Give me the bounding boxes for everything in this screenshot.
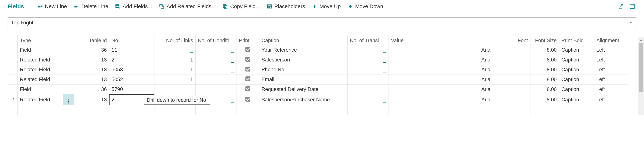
cell-no-translations[interactable]: _ [348, 45, 388, 55]
cell-value[interactable] [388, 85, 479, 94]
section-dropdown[interactable]: Top Right [8, 17, 636, 28]
cell-caption[interactable]: Phone No. [259, 65, 348, 75]
cell-value[interactable] [388, 65, 479, 75]
col-type[interactable]: Type [18, 35, 63, 45]
cell-no-links[interactable]: _ [154, 85, 196, 94]
move-up-button[interactable]: Move Up [308, 2, 344, 11]
col-table-id[interactable]: Table Id [74, 35, 109, 45]
cell-no-links[interactable]: 1 [154, 65, 196, 75]
table-row[interactable]: Field365790__Requested Delivery Date_Ari… [8, 85, 636, 94]
expand-icon[interactable] [629, 3, 635, 9]
cell-print-bold[interactable]: Caption [559, 85, 594, 94]
col-no-links[interactable]: No. of Links [154, 35, 196, 45]
col-alignment[interactable]: Alignment [594, 35, 629, 45]
cell-no-translations[interactable]: _ [348, 55, 388, 65]
cell-font-size[interactable]: 8.00 [530, 75, 559, 85]
cell-table-id[interactable]: 36 [74, 85, 109, 94]
delete-line-button[interactable]: Delete Line [70, 2, 112, 11]
cell-value[interactable] [388, 94, 479, 105]
cell-print-capt[interactable] [236, 55, 259, 65]
cell-print-bold[interactable]: Caption [559, 94, 594, 105]
table-row[interactable]: Related Field1350521_Email_Arial8.00Capt… [8, 75, 636, 85]
cell-no-conditions[interactable]: _ [196, 45, 236, 55]
cell-alignment[interactable]: Left [594, 75, 629, 85]
cell-font[interactable]: Arial [479, 45, 530, 55]
cell-no-translations[interactable]: _ [348, 94, 388, 105]
scroll-thumb[interactable] [639, 43, 643, 92]
cell-font-size[interactable]: 8.00 [530, 55, 559, 65]
cell-caption[interactable]: Email [259, 75, 348, 85]
cell-font[interactable]: Arial [479, 65, 530, 75]
cell-alignment[interactable]: Left [594, 65, 629, 75]
move-down-button[interactable]: Move Down [344, 2, 387, 11]
cell-no-conditions[interactable]: _ [196, 75, 236, 85]
cell-no-conditions[interactable]: _ [196, 55, 236, 65]
cell-table-id[interactable]: 13 [74, 75, 109, 85]
cell-table-id[interactable]: 36 [74, 45, 109, 55]
table-row[interactable]: Field3611__Your Reference_Arial8.00Capti… [8, 45, 636, 55]
new-line-button[interactable]: New Line [34, 2, 70, 11]
col-no[interactable]: No. [109, 35, 154, 45]
cell-type[interactable]: Related Field [18, 55, 63, 65]
cell-font-size[interactable]: 8.00 [530, 65, 559, 75]
cell-print-capt[interactable] [236, 65, 259, 75]
cell-type[interactable]: Related Field [18, 65, 63, 75]
cell-no-conditions[interactable]: _ [196, 85, 236, 94]
cell-print-bold[interactable]: Caption [559, 45, 594, 55]
cell-table-id[interactable]: 13 [74, 55, 109, 65]
cell-font[interactable]: Arial [479, 55, 530, 65]
col-print-capt[interactable]: Print Capt... [236, 35, 259, 45]
col-font[interactable]: Font [479, 35, 530, 45]
cell-print-capt[interactable] [236, 85, 259, 94]
table-row-empty[interactable] [8, 105, 636, 115]
add-fields-button[interactable]: Add Fields... [112, 2, 156, 11]
cell-font-size[interactable]: 8.00 [530, 45, 559, 55]
cell-table-id[interactable]: 13 [74, 65, 109, 75]
col-print-bold[interactable]: Print Bold [559, 35, 594, 45]
checkbox-checked-icon[interactable] [246, 47, 250, 52]
cell-value[interactable] [388, 75, 479, 85]
cell-type[interactable]: Related Field [18, 94, 63, 105]
col-caption[interactable]: Caption [259, 35, 348, 45]
share-icon[interactable] [618, 3, 624, 9]
cell-font[interactable]: Arial [479, 75, 530, 85]
cell-no[interactable]: 5053 [109, 65, 154, 75]
cell-no-translations[interactable]: _ [348, 75, 388, 85]
cell-type[interactable]: Field [18, 85, 63, 94]
checkbox-checked-icon[interactable] [246, 57, 250, 62]
copy-field-button[interactable]: Copy Field... [219, 2, 264, 11]
scroll-up-icon[interactable] [638, 37, 644, 43]
cell-font[interactable]: Arial [479, 94, 530, 105]
cell-font[interactable]: Arial [479, 85, 530, 94]
add-related-fields-button[interactable]: Add Related Fields... [156, 2, 219, 11]
table-row[interactable]: Related Field131_Salesperson/Purchaser N… [8, 94, 636, 105]
cell-no[interactable]: 5052 [109, 75, 154, 85]
cell-no[interactable]: 11 [109, 45, 154, 55]
cell-alignment[interactable]: Left [594, 94, 629, 105]
cell-type[interactable]: Related Field [18, 75, 63, 85]
cell-print-capt[interactable] [236, 45, 259, 55]
cell-font-size[interactable]: 8.00 [530, 94, 559, 105]
cell-caption[interactable]: Your Reference [259, 45, 348, 55]
cell-no-links[interactable]: 1 [154, 55, 196, 65]
cell-alignment[interactable]: Left [594, 85, 629, 94]
col-font-size[interactable]: Font Size [530, 35, 559, 45]
placeholders-button[interactable]: Placeholders [264, 2, 308, 11]
cell-print-bold[interactable]: Caption [559, 65, 594, 75]
cell-print-bold[interactable]: Caption [559, 75, 594, 85]
scrollbar[interactable] [638, 37, 644, 115]
cell-no-conditions[interactable]: _ [196, 65, 236, 75]
cell-caption[interactable]: Requested Delivery Date [259, 85, 348, 94]
cell-print-capt[interactable] [236, 75, 259, 85]
cell-table-id[interactable]: 13 [74, 94, 109, 105]
cell-print-bold[interactable]: Caption [559, 55, 594, 65]
checkbox-checked-icon[interactable] [246, 67, 250, 71]
table-row[interactable]: Related Field1350531_Phone No._Arial8.00… [8, 65, 636, 75]
table-row[interactable]: Related Field1321_Salesperson_Arial8.00C… [8, 55, 636, 65]
cell-no-links[interactable]: _ [154, 45, 196, 55]
col-no-translations[interactable]: No. of Translations [348, 35, 388, 45]
cell-type[interactable]: Field [18, 45, 63, 55]
cell-value[interactable] [388, 55, 479, 65]
cell-print-capt[interactable] [236, 94, 259, 105]
cell-no[interactable]: 5790 [109, 85, 154, 94]
